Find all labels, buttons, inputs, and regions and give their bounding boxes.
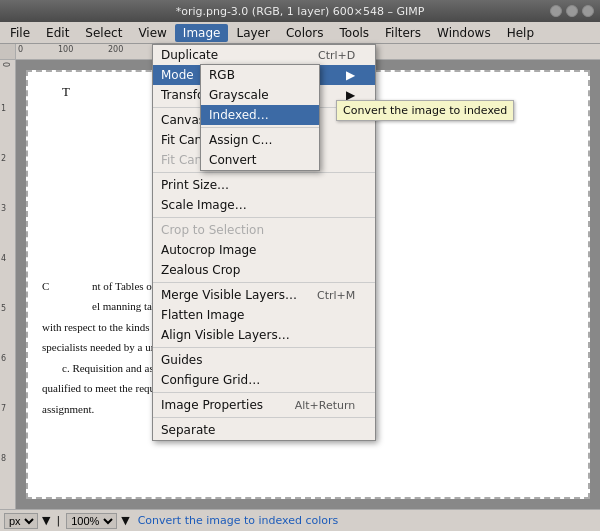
- menu-configure-grid[interactable]: Configure Grid…: [153, 370, 375, 390]
- mode-submenu-popup[interactable]: RGB Grayscale Indexed… Assign C… Convert: [200, 64, 320, 171]
- maximize-button[interactable]: [566, 5, 578, 17]
- zoom-select[interactable]: 100%: [66, 513, 117, 529]
- titlebar-title: *orig.png-3.0 (RGB, 1 layer) 600×548 – G…: [176, 5, 425, 18]
- mode-convert[interactable]: Convert: [201, 150, 319, 170]
- menubar: File Edit Select View Image Layer Colors…: [0, 22, 600, 44]
- ruler-corner: [0, 44, 16, 60]
- menu-tools[interactable]: Tools: [332, 24, 378, 42]
- sep2: [153, 172, 375, 173]
- mode-indexed[interactable]: Indexed…: [201, 105, 319, 125]
- close-button[interactable]: [582, 5, 594, 17]
- menu-scale-image[interactable]: Scale Image…: [153, 195, 375, 215]
- sep5: [153, 347, 375, 348]
- zoom-dropdown-icon[interactable]: ▼: [121, 514, 129, 527]
- menu-align-layers[interactable]: Align Visible Layers…: [153, 325, 375, 345]
- sep7: [153, 417, 375, 418]
- menu-help[interactable]: Help: [499, 24, 542, 42]
- menu-image-properties[interactable]: Image Properties Alt+Return: [153, 395, 375, 415]
- menu-windows[interactable]: Windows: [429, 24, 499, 42]
- statusbar: px ▼ | 100% ▼ Convert the image to index…: [0, 509, 600, 531]
- menu-colors[interactable]: Colors: [278, 24, 332, 42]
- menu-zealous-crop[interactable]: Zealous Crop: [153, 260, 375, 280]
- menu-file[interactable]: File: [2, 24, 38, 42]
- menu-select[interactable]: Select: [77, 24, 130, 42]
- titlebar-buttons: [550, 5, 594, 17]
- unit-dropdown-icon[interactable]: ▼: [42, 514, 50, 527]
- menu-filters[interactable]: Filters: [377, 24, 429, 42]
- menu-duplicate[interactable]: Duplicate Ctrl+D: [153, 45, 375, 65]
- unit-select[interactable]: px: [4, 513, 38, 529]
- mode-rgb[interactable]: RGB: [201, 65, 319, 85]
- menu-print-size[interactable]: Print Size…: [153, 175, 375, 195]
- menu-autocrop[interactable]: Autocrop Image: [153, 240, 375, 260]
- menu-view[interactable]: View: [130, 24, 174, 42]
- mode-sep1: [201, 127, 319, 128]
- menu-edit[interactable]: Edit: [38, 24, 77, 42]
- titlebar: *orig.png-3.0 (RGB, 1 layer) 600×548 – G…: [0, 0, 600, 22]
- menu-flatten[interactable]: Flatten Image: [153, 305, 375, 325]
- menu-image[interactable]: Image: [175, 24, 229, 42]
- sep6: [153, 392, 375, 393]
- menu-crop-to-selection: Crop to Selection: [153, 220, 375, 240]
- sep3: [153, 217, 375, 218]
- sep4: [153, 282, 375, 283]
- mode-assign[interactable]: Assign C…: [201, 130, 319, 150]
- menu-merge-layers[interactable]: Merge Visible Layers… Ctrl+M: [153, 285, 375, 305]
- status-text: Convert the image to indexed colors: [138, 514, 339, 527]
- mode-grayscale[interactable]: Grayscale: [201, 85, 319, 105]
- minimize-button[interactable]: [550, 5, 562, 17]
- menu-separate[interactable]: Separate: [153, 420, 375, 440]
- menu-guides[interactable]: Guides: [153, 350, 375, 370]
- menu-layer[interactable]: Layer: [228, 24, 277, 42]
- separator: |: [56, 514, 60, 527]
